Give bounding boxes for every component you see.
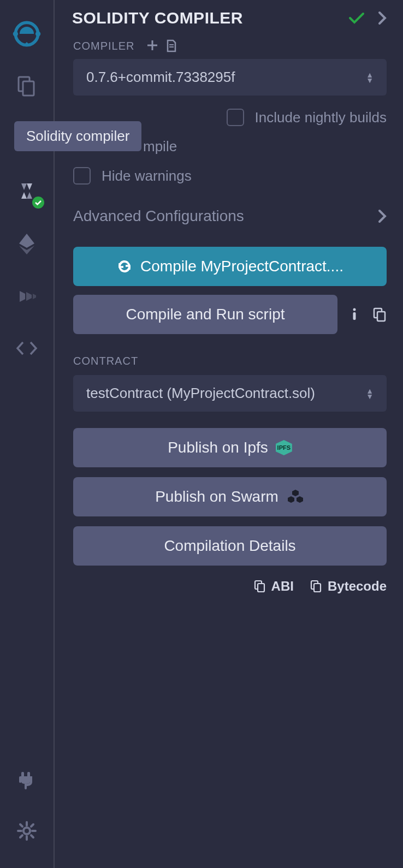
compilation-details-button[interactable]: Compilation Details (73, 526, 387, 566)
compiler-dropdown[interactable]: 0.7.6+commit.7338295f ▲▼ (73, 59, 387, 96)
svg-point-1 (13, 31, 18, 36)
settings-icon[interactable] (10, 815, 43, 847)
svg-point-21 (353, 308, 356, 311)
logo-icon[interactable] (10, 17, 43, 50)
svg-point-5 (32, 197, 44, 209)
solidity-compiler-icon[interactable] (10, 175, 43, 207)
file-icon[interactable] (166, 39, 177, 52)
panel-header: SOLIDITY COMPILER (72, 9, 387, 27)
copy-icon[interactable] (372, 307, 387, 322)
svg-rect-22 (353, 312, 356, 320)
contract-value: testContract (MyProjectContract.sol) (86, 385, 315, 402)
deploy-icon[interactable] (10, 227, 43, 260)
panel-title: SOLIDITY COMPILER (72, 9, 348, 27)
copy-abi-button[interactable]: ABI (254, 579, 294, 594)
svg-rect-28 (314, 584, 321, 592)
svg-rect-4 (23, 81, 34, 96)
plugin-icon[interactable] (10, 762, 43, 795)
swarm-icon (286, 489, 305, 505)
svg-rect-7 (27, 772, 29, 777)
ipfs-icon: IPFS (276, 440, 292, 455)
nightly-label: Include nightly builds (255, 109, 387, 126)
svg-line-16 (31, 824, 33, 827)
code-icon[interactable] (10, 332, 43, 365)
debugger-icon[interactable] (10, 280, 43, 312)
chevron-right-icon[interactable] (378, 11, 387, 25)
copy-icon (254, 580, 266, 593)
plus-icon[interactable] (146, 39, 158, 52)
nightly-checkbox[interactable] (227, 109, 244, 126)
svg-rect-26 (258, 584, 264, 592)
svg-point-2 (35, 31, 40, 36)
dropdown-chevrons-icon: ▲▼ (366, 72, 374, 83)
publish-swarm-button[interactable]: Publish on Swarm (73, 477, 387, 516)
svg-line-15 (20, 835, 22, 837)
svg-rect-6 (22, 772, 24, 777)
contract-label: CONTRACT (73, 355, 387, 367)
hide-warnings-checkbox[interactable] (73, 167, 91, 185)
compile-button[interactable]: Compile MyProjectContract.... (73, 247, 387, 286)
contract-dropdown[interactable]: testContract (MyProjectContract.sol) ▲▼ (73, 375, 387, 412)
copy-bytecode-button[interactable]: Bytecode (310, 579, 387, 594)
svg-point-8 (23, 828, 30, 834)
compile-and-run-button[interactable]: Compile and Run script (73, 295, 337, 334)
info-icon[interactable] (348, 307, 360, 322)
tooltip: Solidity compiler (14, 121, 141, 151)
files-icon[interactable] (10, 70, 43, 103)
copy-icon (310, 580, 322, 593)
check-icon (348, 11, 365, 25)
refresh-icon (116, 258, 133, 275)
svg-line-13 (20, 824, 22, 827)
svg-rect-24 (377, 312, 385, 321)
dropdown-chevrons-icon: ▲▼ (366, 388, 374, 399)
auto-compile-label-fragment: mpile (143, 138, 177, 155)
advanced-configurations-toggle[interactable]: Advanced Configurations (73, 207, 387, 225)
publish-ipfs-button[interactable]: Publish on Ipfs IPFS (73, 428, 387, 467)
hide-warnings-label: Hide warnings (102, 168, 192, 185)
hide-warnings-row: Hide warnings (73, 167, 387, 185)
svg-line-14 (31, 835, 33, 837)
compiler-label: COMPILER (73, 39, 387, 52)
chevron-right-icon (378, 209, 387, 223)
compiler-value: 0.7.6+commit.7338295f (86, 69, 235, 86)
